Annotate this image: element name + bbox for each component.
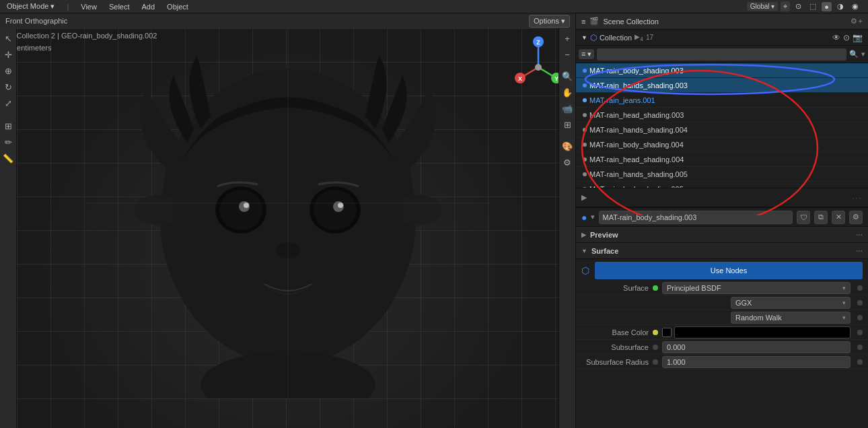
mat-dot-3 <box>583 113 587 117</box>
snap-icon[interactable]: ⌖ <box>781 1 790 11</box>
outliner-menu-icon[interactable]: ≡ <box>581 17 585 26</box>
mat-item-5[interactable]: MAT-rain_body_shading.004 <box>576 137 868 152</box>
material-search-input[interactable] <box>597 48 846 61</box>
collection-label: (1) Collection 2 | GEO-rain_body_shading… <box>5 30 157 42</box>
mat-item-3[interactable]: MAT-rain_head_shading.003 <box>576 108 868 122</box>
surface-chevron-icon: ▼ <box>581 248 587 254</box>
menu-select[interactable]: Select <box>106 2 133 11</box>
properties-header: ● ▾ 🛡 ⧉ ✕ ⚙ <box>576 208 868 227</box>
mat-item-7[interactable]: MAT-rain_hands_shading.005 <box>576 167 868 182</box>
mat-dot-0 <box>583 69 587 73</box>
pan-tool-icon[interactable]: ✋ <box>560 85 575 100</box>
surface-prop-label: Surface <box>581 284 649 292</box>
shield-btn[interactable]: 🛡 <box>797 211 810 224</box>
properties-body: ▶ Preview ··· ▼ Surface ··· ⬡ Use Nodes <box>576 227 868 428</box>
duplicate-mat-btn[interactable]: ⧉ <box>814 211 828 224</box>
subsurface-row: Subsurface 0.000 <box>576 340 868 355</box>
rotate-tool-icon[interactable]: ↻ <box>1 79 15 94</box>
wireframe-btn[interactable]: ⬚ <box>807 1 819 11</box>
menu-object-mode[interactable]: Object Mode ▾ <box>4 1 57 11</box>
viewport-options: Options ▾ <box>523 13 575 28</box>
mat-name-3: MAT-rain_head_shading.003 <box>589 111 684 119</box>
timeline-dots: ··· <box>852 193 863 203</box>
menu-view[interactable]: View <box>78 2 100 11</box>
material-list: MAT-rain_body_shading.003 MAT-rain_hands… <box>576 63 868 188</box>
solid-btn[interactable]: ● <box>822 2 832 11</box>
mat-name-4: MAT-rain_hands_shading.004 <box>589 126 688 134</box>
base-color-swatch[interactable] <box>662 328 672 337</box>
viewport-top-bar: Front Orthographic <box>0 13 575 28</box>
mat-name-7: MAT-rain_hands_shading.005 <box>589 170 688 178</box>
transform-global[interactable]: Global ▾ <box>747 2 779 11</box>
subsurface-label: Subsurface <box>581 343 649 351</box>
zoom-in-icon[interactable]: + <box>560 31 575 46</box>
unlink-mat-btn[interactable]: ✕ <box>832 211 845 224</box>
annotate-tool-icon[interactable]: ✏ <box>1 135 15 149</box>
mat-item-0[interactable]: MAT-rain_body_shading.003 <box>576 63 868 78</box>
material-preview-btn[interactable]: ◑ <box>834 1 846 11</box>
add-collection-icon[interactable]: + <box>859 17 863 26</box>
base-color-row: Base Color <box>576 325 868 340</box>
options-btn[interactable]: Options ▾ <box>529 15 570 28</box>
play-icon[interactable]: ▶ <box>581 193 587 202</box>
zoom-tool-icon[interactable]: 🔍 <box>560 69 575 83</box>
viewport-view-label: Front Orthographic <box>5 17 67 25</box>
material-name-field[interactable] <box>599 211 793 224</box>
mat-dot-7 <box>583 172 587 176</box>
collection-count2: 17 <box>646 34 653 41</box>
select-collection-icon[interactable]: ⊙ <box>843 33 850 42</box>
distribution-dropdown[interactable]: GGX ▾ <box>731 297 851 309</box>
scale-tool-icon[interactable]: ⤢ <box>1 96 15 110</box>
base-color-value[interactable] <box>674 326 851 338</box>
mat-item-1[interactable]: MAT-rain_hands_shading.003 <box>576 78 868 93</box>
filter-btn[interactable]: ≡ ▾ <box>579 49 594 59</box>
subsurface-radius-value[interactable]: 1.000 <box>662 356 851 368</box>
grid-icon[interactable]: ⊞ <box>560 117 575 132</box>
svg-point-23 <box>535 64 542 71</box>
rendered-btn[interactable]: ◉ <box>849 1 861 11</box>
mat-dot-1 <box>583 83 587 87</box>
menu-object[interactable]: Object <box>164 2 191 11</box>
collection-count1: ▶4 <box>635 33 643 42</box>
filter-options-icon[interactable]: ▾ <box>861 50 865 59</box>
zoom-out-icon[interactable]: − <box>560 47 575 62</box>
distribution-row: GGX ▾ <box>576 295 868 310</box>
collection-name: Collection <box>600 34 632 42</box>
material-list-bar: ≡ ▾ 🔍 ▾ <box>576 46 868 63</box>
prop-menu-icon[interactable]: ▾ <box>591 213 595 221</box>
outliner-section: ≡ 🎬 Scene Collection ⚙ + ▼ ⬡ Collection … <box>576 13 868 208</box>
camera-orbit-icon[interactable]: 📹 <box>560 101 575 116</box>
move-tool-icon[interactable]: ⊕ <box>1 63 15 78</box>
mat-dot-8 <box>583 187 587 188</box>
scene-collection-label: Scene Collection <box>603 17 659 26</box>
dist-dot-right <box>857 300 863 306</box>
subsurface-method-dropdown[interactable]: Random Walk ▾ <box>731 312 851 324</box>
select-tool-icon[interactable]: ↖ <box>1 31 15 46</box>
surface-dot-right <box>857 285 863 291</box>
camera-restrict-icon[interactable]: 📷 <box>853 33 863 42</box>
subsurface-radius-label: Subsurface Radius <box>581 358 649 366</box>
mat-item-4[interactable]: MAT-rain_hands_shading.004 <box>576 122 868 137</box>
surface-section-header[interactable]: ▼ Surface ··· <box>576 243 868 259</box>
menu-add[interactable]: Add <box>139 2 158 11</box>
preview-section-header[interactable]: ▶ Preview ··· <box>576 227 868 243</box>
mat-item-6[interactable]: MAT-rain_head_shading.004 <box>576 152 868 167</box>
measure-tool-icon[interactable]: 📏 <box>1 151 15 166</box>
preview-label: Preview <box>590 231 618 239</box>
collection-header[interactable]: ▼ ⬡ Collection ▶4 17 👁 ⊙ 📷 <box>576 30 868 46</box>
filter-icon[interactable]: ⚙ <box>851 17 857 26</box>
paint-icon[interactable]: 🎨 <box>560 139 575 153</box>
use-nodes-btn[interactable]: Use Nodes <box>595 262 863 279</box>
transform-tool-icon[interactable]: ⊞ <box>1 118 15 133</box>
mat-settings-btn[interactable]: ⚙ <box>849 211 863 224</box>
subsurface-value[interactable]: 0.000 <box>662 341 851 353</box>
mat-item-2[interactable]: MAT-rain_jeans.001 <box>576 93 868 108</box>
search-icon[interactable]: 🔍 <box>849 50 859 59</box>
cursor-tool-icon[interactable]: ✛ <box>1 47 15 62</box>
proportional-icon[interactable]: ⊙ <box>793 1 804 11</box>
surface-shader-dropdown[interactable]: Principled BSDF ▾ <box>662 282 851 294</box>
mat-item-8[interactable]: MAT-rain_body_shading.005 <box>576 182 868 188</box>
view-settings-icon[interactable]: ⚙ <box>560 155 575 170</box>
scene-icon: 🎬 <box>589 17 599 26</box>
visibility-icon[interactable]: 👁 <box>832 33 840 42</box>
